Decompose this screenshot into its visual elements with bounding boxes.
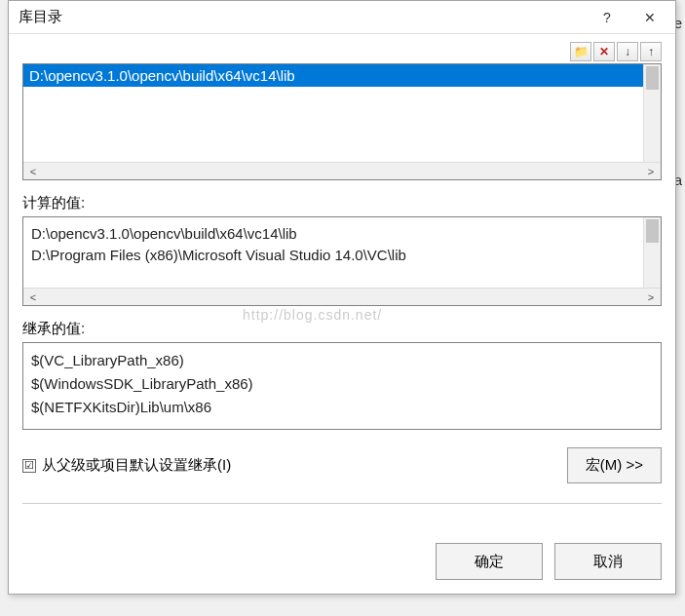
- horizontal-scrollbar[interactable]: < >: [23, 162, 661, 179]
- dialog-content: 📁 ✕ ↓ ↑ D:\opencv3.1.0\opencv\build\x64\…: [9, 34, 675, 531]
- edit-toolbar: 📁 ✕ ↓ ↑: [22, 42, 662, 61]
- computed-line: D:\opencv3.1.0\opencv\build\x64\vc14\lib: [31, 223, 653, 245]
- inherited-values-box: $(VC_LibraryPath_x86) $(WindowsSDK_Libra…: [22, 342, 662, 430]
- ok-button[interactable]: 确定: [436, 543, 543, 580]
- titlebar: 库目录 ? ✕: [9, 1, 675, 34]
- help-button[interactable]: ?: [586, 3, 628, 32]
- computed-label: 计算的值:: [22, 194, 662, 212]
- new-folder-icon[interactable]: 📁: [570, 42, 591, 61]
- dialog-footer: 确定 取消: [9, 531, 675, 594]
- inherited-label: 继承的值:: [22, 320, 662, 338]
- library-dirs-dialog: 库目录 ? ✕ 📁 ✕ ↓ ↑ D:\opencv3.1.0\opencv\bu…: [8, 0, 676, 595]
- options-row: ☑ 从父级或项目默认设置继承(I) 宏(M) >>: [22, 447, 662, 487]
- horizontal-scrollbar[interactable]: < >: [23, 288, 661, 305]
- delete-icon[interactable]: ✕: [593, 42, 615, 61]
- selected-path-row[interactable]: D:\opencv3.1.0\opencv\build\x64\vc14\lib: [23, 64, 661, 87]
- move-up-icon[interactable]: ↑: [640, 42, 662, 61]
- vertical-scrollbar[interactable]: [643, 217, 661, 288]
- paths-editbox[interactable]: D:\opencv3.1.0\opencv\build\x64\vc14\lib…: [22, 63, 662, 180]
- move-down-icon[interactable]: ↓: [617, 42, 638, 61]
- computed-line: D:\Program Files (x86)\Microsoft Visual …: [31, 245, 653, 266]
- inherited-line: $(NETFXKitsDir)Lib\um\x86: [31, 396, 653, 419]
- inherit-checkbox-row[interactable]: ☑ 从父级或项目默认设置继承(I): [22, 456, 567, 475]
- scroll-right-icon[interactable]: >: [643, 291, 659, 303]
- scroll-right-icon[interactable]: >: [643, 166, 659, 177]
- inherited-line: $(WindowsSDK_LibraryPath_x86): [31, 372, 653, 396]
- scroll-left-icon[interactable]: <: [25, 166, 41, 177]
- separator: [22, 503, 662, 504]
- window-title: 库目录: [19, 8, 586, 26]
- macro-button[interactable]: 宏(M) >>: [567, 447, 662, 483]
- vertical-scrollbar[interactable]: [643, 64, 661, 162]
- close-button[interactable]: ✕: [628, 3, 671, 32]
- checkbox-icon[interactable]: ☑: [22, 459, 36, 473]
- scroll-left-icon[interactable]: <: [25, 291, 41, 303]
- scrollbar-thumb[interactable]: [646, 219, 659, 243]
- scrollbar-thumb[interactable]: [646, 66, 659, 90]
- inherit-checkbox-label: 从父级或项目默认设置继承(I): [42, 456, 231, 475]
- computed-values-box: D:\opencv3.1.0\opencv\build\x64\vc14\lib…: [22, 216, 662, 306]
- cancel-button[interactable]: 取消: [554, 543, 662, 580]
- inherited-line: $(VC_LibraryPath_x86): [31, 349, 653, 372]
